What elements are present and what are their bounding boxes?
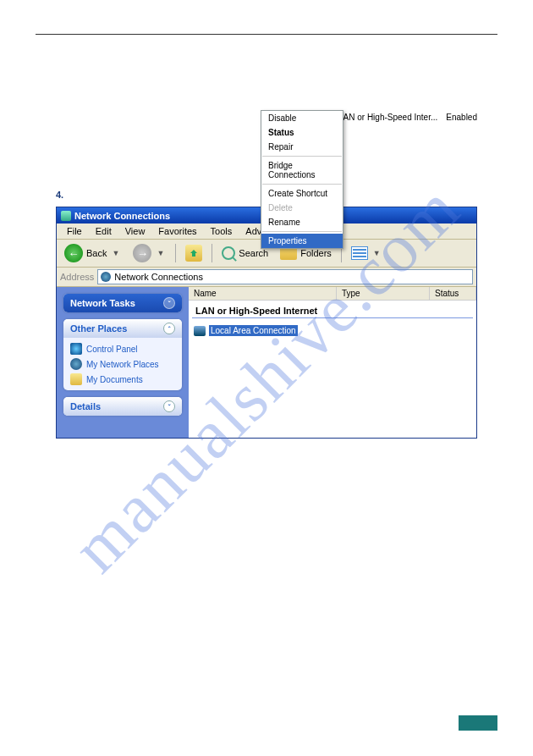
link-control-panel[interactable]: Control Panel [70, 343, 175, 355]
search-icon [222, 246, 235, 260]
sidebar: Network Tasks ˇ Other Places ˆ Control P… [57, 287, 189, 438]
panel-body-other-places: Control Panel My Network Places My Docum… [63, 338, 182, 390]
my-documents-icon [70, 373, 82, 385]
ctx-status[interactable]: Status [261, 125, 343, 140]
address-bar: Address Network Connections [57, 268, 476, 287]
connection-icon [194, 326, 206, 336]
client-area: Network Tasks ˇ Other Places ˆ Control P… [57, 287, 476, 438]
network-places-icon [70, 358, 82, 370]
section-number: 4. [56, 190, 63, 200]
back-button[interactable]: ← Back ▼ [60, 242, 125, 264]
column-headers: Name Type Status [189, 287, 476, 301]
back-dropdown-icon[interactable]: ▼ [110, 249, 121, 257]
connection-row-lac[interactable]: Local Area Connection [189, 323, 476, 338]
ctx-disable[interactable]: Disable [261, 111, 343, 125]
up-button[interactable] [181, 243, 206, 263]
context-menu: Disable Status Repair Bridge Connections… [261, 110, 343, 249]
panel-other-places: Other Places ˆ Control Panel My Network … [63, 319, 182, 390]
menu-view[interactable]: View [118, 224, 152, 238]
menu-favorites[interactable]: Favorites [151, 224, 203, 238]
connection-type-value: LAN or High-Speed Inter... [338, 113, 437, 122]
page-top-rule [36, 34, 497, 35]
panel-network-tasks: Network Tasks ˇ [63, 294, 182, 312]
panel-details: Details ˇ [63, 397, 182, 416]
ctx-shortcut[interactable]: Create Shortcut [261, 186, 343, 201]
column-type[interactable]: Type [337, 287, 430, 300]
chevron-expand-icon[interactable]: ˇ [163, 400, 175, 412]
window-title: Network Connections [74, 211, 170, 221]
back-label: Back [86, 248, 107, 258]
link-label: Control Panel [86, 345, 138, 354]
connection-name: Local Area Connection [209, 325, 298, 336]
address-value: Network Connections [114, 272, 203, 282]
panel-header-network-tasks[interactable]: Network Tasks ˇ [63, 294, 182, 312]
page-footer-badge [459, 715, 497, 731]
panel-title: Network Tasks [70, 298, 135, 308]
ctx-delete: Delete [261, 201, 343, 215]
views-dropdown-icon[interactable]: ▼ [371, 249, 382, 257]
views-icon [351, 246, 368, 260]
column-name[interactable]: Name [189, 287, 337, 300]
menu-file[interactable]: File [60, 224, 89, 238]
forward-dropdown-icon[interactable]: ▼ [155, 249, 166, 257]
column-status[interactable]: Status [430, 287, 476, 300]
group-header-lan: LAN or High-Speed Internet [192, 302, 473, 318]
link-label: My Documents [86, 375, 143, 384]
ctx-repair[interactable]: Repair [261, 140, 343, 154]
connection-meta: LAN or High-Speed Inter... Enabled [338, 113, 477, 122]
toolbar-separator [212, 244, 212, 262]
forward-button[interactable]: → ▼ [129, 242, 170, 264]
panel-title: Details [70, 401, 101, 411]
forward-arrow-icon: → [133, 244, 151, 262]
link-network-places[interactable]: My Network Places [70, 358, 175, 370]
toolbar-separator [175, 244, 176, 262]
ctx-separator [262, 231, 342, 232]
search-label: Search [239, 248, 268, 258]
ctx-properties[interactable]: Properties [261, 234, 343, 248]
ctx-rename[interactable]: Rename [261, 215, 343, 229]
panel-header-other-places[interactable]: Other Places ˆ [63, 319, 182, 338]
folders-label: Folders [300, 248, 332, 258]
connection-status-value: Enabled [446, 113, 477, 122]
address-label: Address [60, 272, 94, 282]
back-arrow-icon: ← [64, 244, 83, 262]
menu-tools[interactable]: Tools [204, 224, 239, 238]
ctx-separator [262, 156, 342, 157]
menu-edit[interactable]: Edit [89, 224, 118, 238]
panel-header-details[interactable]: Details ˇ [63, 397, 182, 416]
address-field[interactable]: Network Connections [97, 269, 473, 284]
views-button[interactable]: ▼ [347, 245, 387, 262]
chevron-collapse-icon[interactable]: ˇ [163, 297, 175, 309]
chevron-collapse-icon[interactable]: ˆ [163, 323, 175, 334]
control-panel-icon [70, 343, 82, 355]
ctx-separator [262, 184, 342, 185]
link-my-documents[interactable]: My Documents [70, 373, 175, 385]
ctx-bridge[interactable]: Bridge Connections [261, 158, 343, 182]
panel-title: Other Places [70, 323, 127, 334]
up-folder-icon [185, 245, 202, 262]
address-network-icon [101, 272, 111, 282]
link-label: My Network Places [86, 360, 159, 369]
content-area: Name Type Status LAN or High-Speed Inter… [189, 287, 476, 438]
system-icon [61, 211, 71, 221]
